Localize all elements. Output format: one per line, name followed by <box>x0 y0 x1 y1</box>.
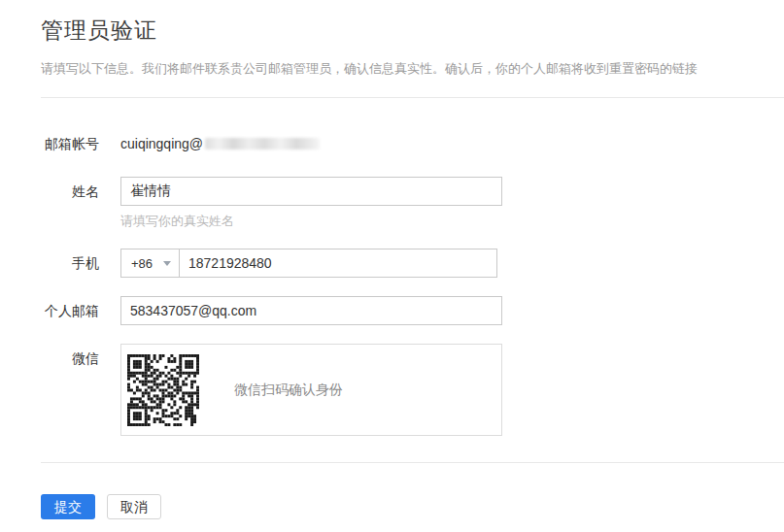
personal-email-label: 个人邮箱 <box>41 296 99 325</box>
personal-email-input[interactable] <box>120 296 502 325</box>
wechat-scan-hint: 微信扫码确认身份 <box>234 382 343 399</box>
wechat-qr-code-icon <box>127 354 199 426</box>
name-field-wrap: 请填写你的真实姓名 <box>120 177 502 230</box>
wechat-row: 微信 微信扫码确认身份 <box>41 344 784 436</box>
phone-field-group: +86 <box>120 249 497 278</box>
email-account-value: cuiqingqing@ <box>120 129 320 158</box>
form-actions: 提交 取消 <box>41 494 784 519</box>
page-title: 管理员验证 <box>41 16 784 46</box>
personal-email-row: 个人邮箱 <box>41 296 784 325</box>
cancel-button[interactable]: 取消 <box>107 494 161 519</box>
wechat-qr-panel: 微信扫码确认身份 <box>120 344 502 436</box>
page-subtitle: 请填写以下信息。我们将邮件联系贵公司邮箱管理员，确认信息真实性。确认后，你的个人… <box>41 60 784 78</box>
admin-verification-page: 管理员验证 请填写以下信息。我们将邮件联系贵公司邮箱管理员，确认信息真实性。确认… <box>0 0 784 519</box>
top-divider <box>41 97 784 98</box>
email-domain-redacted-blur <box>205 138 320 150</box>
name-row: 姓名 请填写你的真实姓名 <box>41 177 784 230</box>
bottom-divider <box>41 462 784 463</box>
email-account-label: 邮箱帐号 <box>41 129 99 158</box>
admin-verification-form: 邮箱帐号 cuiqingqing@ 姓名 请填写你的真实姓名 手机 +86 个人… <box>41 129 784 436</box>
email-account-row: 邮箱帐号 cuiqingqing@ <box>41 129 784 158</box>
name-input[interactable] <box>120 177 502 206</box>
chevron-down-icon <box>163 261 171 266</box>
country-code-select[interactable]: +86 <box>120 249 180 278</box>
phone-label: 手机 <box>41 249 99 278</box>
name-hint: 请填写你的真实姓名 <box>120 213 502 230</box>
wechat-label: 微信 <box>41 344 99 373</box>
phone-row: 手机 +86 <box>41 249 784 278</box>
email-account-visible-part: cuiqingqing@ <box>120 136 203 151</box>
phone-input[interactable] <box>179 249 497 278</box>
submit-button[interactable]: 提交 <box>41 494 95 519</box>
name-label: 姓名 <box>41 177 99 206</box>
country-code-value: +86 <box>131 256 153 271</box>
